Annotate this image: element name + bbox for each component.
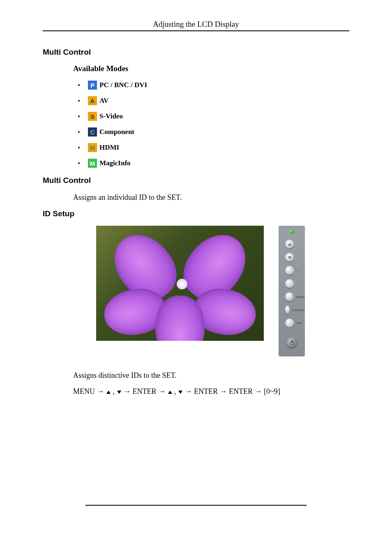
id-setup-figure: + - MENU SOURCE PIP: [96, 226, 349, 356]
multi-control-description: Assigns an individual ID to the SET.: [73, 192, 349, 203]
panel-row: MENU: [279, 292, 305, 301]
panel-label: PIP: [297, 322, 302, 325]
nav-enter: ENTER: [133, 387, 157, 395]
nav-comma: ,: [113, 387, 115, 395]
mode-letter-icon: C: [88, 127, 97, 136]
mode-label: MagicInfo: [99, 159, 131, 167]
panel-label: SOURCE: [292, 309, 305, 312]
mode-letter-icon: H: [88, 143, 97, 152]
panel-button-down[interactable]: [285, 253, 294, 262]
power-led-icon: [290, 230, 294, 234]
power-icon: [290, 341, 294, 345]
panel-label: MENU: [296, 296, 305, 298]
mode-label: S-Video: [99, 112, 123, 120]
triangle-down-icon: [178, 391, 182, 394]
nav-arrow: →: [158, 387, 166, 395]
nav-arrow: →: [185, 387, 192, 395]
panel-button-plus[interactable]: [285, 266, 294, 275]
heading-multi-control: Multi Control: [43, 48, 349, 57]
mode-label: Component: [99, 128, 134, 136]
mode-item: SS-Video: [78, 112, 349, 121]
panel-row: +: [279, 266, 305, 275]
panel-button-menu[interactable]: [285, 292, 294, 301]
nav-range: [0~9]: [264, 387, 280, 395]
panel-button-minus[interactable]: [285, 279, 294, 288]
heading-multi-control-2: Multi Control: [43, 176, 349, 185]
mode-label: AV: [99, 97, 108, 105]
nav-arrow: →: [97, 387, 104, 395]
mode-item: HHDMI: [78, 143, 349, 152]
panel-button-power[interactable]: [286, 338, 297, 348]
panel-button-pip[interactable]: [285, 319, 294, 328]
panel-row: -: [279, 279, 305, 288]
monitor-button-panel: + - MENU SOURCE PIP: [279, 226, 305, 356]
panel-row: [279, 253, 305, 262]
panel-button-up[interactable]: [285, 240, 294, 249]
mode-item: MMagicInfo: [78, 159, 349, 168]
mode-letter-icon: M: [88, 159, 97, 168]
nav-comma: ,: [174, 387, 176, 395]
flower-illustration: [96, 226, 264, 341]
footer-rule: [85, 505, 307, 506]
page-title: Adjusting the LCD Display: [43, 20, 349, 30]
bullet-icon: [78, 100, 80, 102]
lcd-preview-image: [96, 226, 264, 341]
bullet-icon: [78, 147, 80, 148]
bullet-icon: [78, 116, 80, 117]
mode-item: AAV: [78, 96, 349, 105]
mode-letter-icon: S: [88, 112, 97, 121]
triangle-up-icon: [106, 391, 111, 394]
mode-letter-icon: P: [88, 81, 97, 90]
mode-item: CComponent: [78, 127, 349, 136]
panel-button-source[interactable]: [285, 305, 290, 314]
triangle-up-icon: [168, 391, 172, 394]
panel-row: SOURCE: [279, 305, 305, 314]
bullet-icon: [78, 84, 80, 86]
panel-row: [279, 240, 305, 249]
heading-available-modes: Available Modes: [73, 64, 349, 73]
heading-id-setup: ID Setup: [43, 209, 349, 218]
nav-arrow: →: [220, 387, 227, 395]
available-modes-list: PPC / BNC / DVIAAVSS-VideoCComponentHHDM…: [78, 81, 349, 168]
nav-menu: MENU: [73, 387, 95, 395]
mode-label: PC / BNC / DVI: [99, 81, 147, 89]
mode-label: HDMI: [99, 143, 119, 152]
nav-arrow: →: [123, 387, 131, 395]
bullet-icon: [78, 162, 80, 164]
triangle-down-icon: [117, 391, 121, 394]
mode-letter-icon: A: [88, 96, 97, 105]
bullet-icon: [78, 131, 80, 133]
id-setup-description: Assigns distinctive IDs to the SET.: [73, 370, 349, 381]
menu-navigation-sequence: MENU → , → ENTER → , → ENTER → ENTER → […: [73, 387, 349, 396]
panel-label: -: [297, 282, 298, 285]
nav-arrow: →: [255, 387, 262, 395]
panel-row: PIP: [279, 319, 305, 328]
title-rule: [43, 30, 349, 31]
nav-enter: ENTER: [194, 387, 218, 395]
mode-item: PPC / BNC / DVI: [78, 81, 349, 90]
nav-enter: ENTER: [229, 387, 253, 395]
panel-label: +: [297, 269, 298, 272]
